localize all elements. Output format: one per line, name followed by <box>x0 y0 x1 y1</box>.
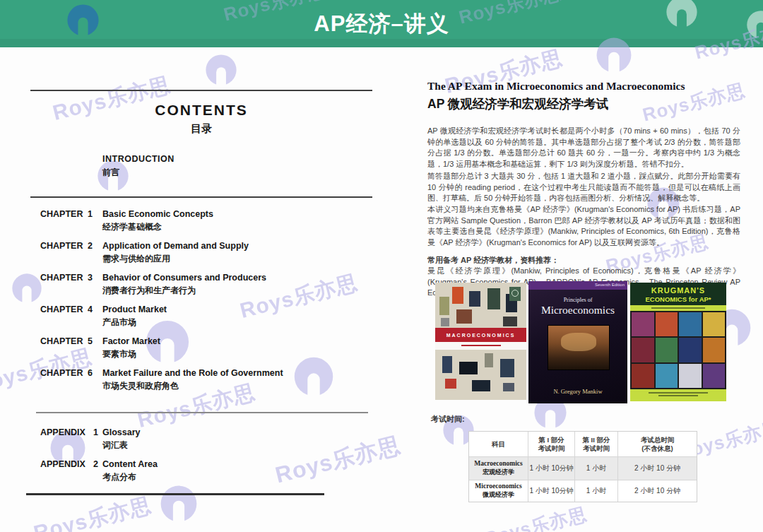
book-cover-macroeconomics: MACROECONOMICS <box>435 283 526 400</box>
col-header-part2: 第 II 部分 考试时间 <box>575 432 618 457</box>
paragraph-sources: 本讲义习题均来自克鲁格曼《AP 经济学》(Krugman's Economics… <box>427 204 740 248</box>
appendix-title-cn: 词汇表 <box>102 439 141 451</box>
table-cell-macro-part1: 1 小时 10分钟 <box>528 457 575 480</box>
divider <box>36 412 368 413</box>
book-cover-krugman-ap: KRUGMAN'S ECONOMICS for AP* <box>630 283 726 401</box>
toc-row-chapter-1: CHAPTER1 Basic Economic Concepts经济学基础概念 <box>30 209 372 233</box>
chapter-title-cn: 经济学基础概念 <box>102 221 213 233</box>
appendix-label: APPENDIX <box>40 427 85 451</box>
cover-strip <box>630 305 726 311</box>
edition-label: Seventh Edition <box>595 283 625 287</box>
chapter-title-cn: 产品市场 <box>102 317 167 329</box>
krugman-title-line1: KRUGMAN'S <box>632 286 725 295</box>
exam-title-cn: AP 微观经济学和宏观经济学考试 <box>427 95 608 112</box>
appendix-number: 2 <box>93 459 98 483</box>
exam-time-label: 考试时间: <box>431 414 465 425</box>
cover-art-shape <box>459 362 478 374</box>
col-header-subject: 科目 <box>469 432 528 457</box>
table-row-macro-subject: Macroeconomics 宏观经济学 <box>469 457 528 480</box>
exam-title-en: The AP Exam in Microeconomics and Macroe… <box>427 80 685 93</box>
paragraph-frq-section: 简答题部分总计 3 大题共 30 分，包括 1 道大题和 2 道小题，踩点赋分。… <box>427 171 740 204</box>
paragraph-exam-format: AP 微观经济学和宏观经济学考试时长都是两个小时多（70 mins + 60 m… <box>427 126 740 170</box>
table-cell-micro-total: 2 小时 10 分钟 <box>618 480 697 502</box>
cover-art-shape <box>445 379 456 389</box>
chapter-title: Factor Market <box>102 336 160 346</box>
appendix-title: Glossary <box>102 427 141 437</box>
cover-art-shape <box>487 288 500 309</box>
cover-bottom-strip <box>630 389 726 401</box>
chapter-list: CHAPTER1 Basic Economic Concepts经济学基础概念 … <box>30 209 372 400</box>
table-cell-macro-part2: 1 小时 <box>575 457 618 480</box>
chapter-number: 5 <box>88 336 93 360</box>
toc-row-chapter-6: CHAPTER6 Market Failure and the Role of … <box>30 368 372 392</box>
appendix-label: APPENDIX <box>40 459 85 483</box>
roys-logo-icon <box>596 37 632 73</box>
macro-subtitle-band <box>435 342 526 350</box>
cover-art-shape <box>485 353 493 367</box>
col-header-total: 考试总时间 (不含休息) <box>618 432 697 457</box>
table-cell-macro-total: 2 小时 10 分钟 <box>618 457 697 480</box>
intro-label-cn: 前言 <box>102 167 119 179</box>
chapter-title-cn: 消费者行为和生产者行为 <box>102 285 266 297</box>
toc-row-appendix-2: APPENDIX2 Content Area考点分布 <box>30 459 372 483</box>
divider <box>30 196 372 198</box>
krugman-title-line2: ECONOMICS for AP* <box>632 295 725 303</box>
right-page: The AP Exam in Microeconomics and Macroe… <box>422 74 740 512</box>
publisher-logo <box>509 287 521 301</box>
chapter-title: Product Market <box>102 305 167 314</box>
recommend-header: 常用备考 AP 经济学教材，资料推荐： <box>427 255 740 266</box>
left-page: CONTENTS 目录 INTRODUCTION 前言 CHAPTER1 Bas… <box>30 71 372 516</box>
divider <box>30 90 372 91</box>
cover-art-shape <box>503 383 514 391</box>
appendix-number: 1 <box>93 427 98 451</box>
appendix-list: APPENDIX1 Glossary词汇表 APPENDIX2 Content … <box>30 427 372 491</box>
cover-art-shape <box>500 359 514 377</box>
chapter-title: Behavior of Consumers and Producers <box>102 273 266 283</box>
toc-row-chapter-2: CHAPTER2 Application of Demand and Suppl… <box>30 241 372 265</box>
cover-art-shape <box>469 291 480 307</box>
cover-art-shape <box>456 309 472 324</box>
chapter-title-cn: 市场失灵和政府角色 <box>102 380 283 392</box>
chapter-title: Market Failure and the Role of Governmen… <box>102 368 283 378</box>
macro-title-band: MACROECONOMICS <box>435 328 526 342</box>
toc-row-appendix-1: APPENDIX1 Glossary词汇表 <box>30 427 372 451</box>
chapter-title-cn: 要素市场 <box>102 348 160 360</box>
intro-label: INTRODUCTION <box>102 154 175 164</box>
cover-art-shape <box>472 380 490 391</box>
chapter-number: 2 <box>88 241 93 265</box>
cover-art-shape <box>503 317 517 326</box>
appendix-title: Content Area <box>102 459 158 469</box>
chapter-label: CHAPTER <box>40 368 83 392</box>
chapter-label: CHAPTER <box>40 305 83 329</box>
appendix-title-cn: 考点分布 <box>102 471 158 483</box>
col-header-part1: 第 I 部分 考试时间 <box>528 432 575 457</box>
chapter-label: CHAPTER <box>40 241 83 265</box>
divider <box>26 493 324 495</box>
toc-row-chapter-4: CHAPTER4 Product Market产品市场 <box>30 305 372 329</box>
toc-row-chapter-3: CHAPTER3 Behavior of Consumers and Produ… <box>30 273 372 297</box>
cover-art-shape <box>441 318 449 326</box>
chapter-title: Application of Demand and Supply <box>102 241 249 251</box>
book-cover-microeconomics: Seventh Edition Principles of Microecono… <box>528 281 627 403</box>
cover-painting <box>548 325 610 370</box>
author-name: N. Gregory Mankiw <box>528 388 627 395</box>
contents-title: CONTENTS <box>30 102 372 119</box>
chapter-number: 3 <box>88 273 93 297</box>
chapter-label: CHAPTER <box>40 336 83 360</box>
chapter-label: CHAPTER <box>40 209 83 233</box>
chapter-number: 6 <box>88 368 93 392</box>
table-cell-micro-part2: 1 小时 <box>575 480 618 502</box>
document-viewer: Roys乐亦思 Roys乐亦思 Roys乐亦思 Roys乐亦思 Roys乐亦思 … <box>0 0 763 532</box>
chapter-label: CHAPTER <box>40 273 83 297</box>
photo-collage <box>630 311 726 389</box>
textbook-covers-image: MACROECONOMICS Seventh Edition Principle… <box>435 281 726 406</box>
table-row-micro-subject: Microeconomics 微观经济学 <box>469 480 528 502</box>
chapter-title-cn: 需求与供给的应用 <box>102 253 249 265</box>
micro-title: Microeconomics <box>528 304 627 317</box>
page-title: AP经济–讲义 <box>0 9 763 39</box>
cover-art-shape <box>452 287 463 304</box>
cover-art-shape <box>442 356 452 373</box>
contents-subtitle: 目录 <box>30 122 372 136</box>
cover-art-shape <box>439 297 449 315</box>
chapter-number: 4 <box>88 305 93 329</box>
